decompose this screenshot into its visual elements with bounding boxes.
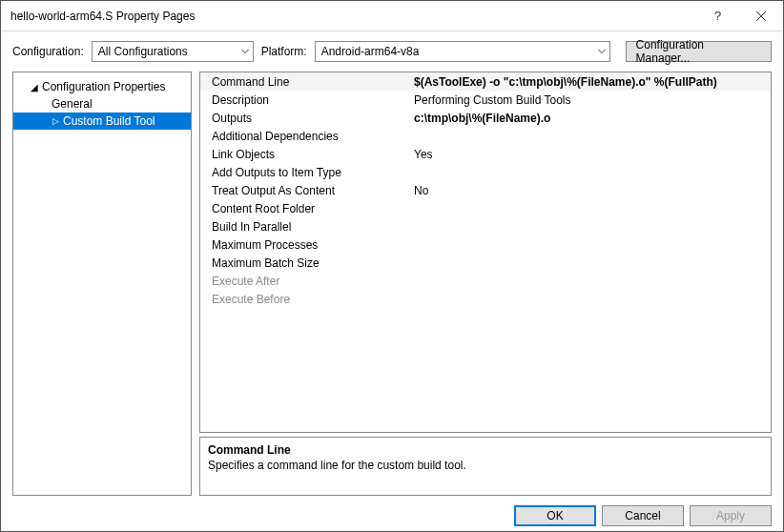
property-grid[interactable]: Command Line$(AsToolExe) -o "c:\tmp\obj\… <box>199 72 772 433</box>
property-value[interactable] <box>410 298 771 300</box>
help-button[interactable]: ? <box>695 1 739 31</box>
property-row[interactable]: Link ObjectsYes <box>200 145 771 163</box>
property-row[interactable]: Build In Parallel <box>200 217 771 235</box>
titlebar: hello-world-arm64.S Property Pages ? <box>1 1 783 31</box>
ok-button[interactable]: OK <box>514 505 596 526</box>
tree-panel: ◢ Configuration Properties General ▷ Cus… <box>12 72 192 496</box>
description-title: Command Line <box>208 443 763 457</box>
property-label: Outputs <box>200 111 410 126</box>
property-label: Execute Before <box>200 292 410 307</box>
chevron-down-icon <box>598 50 606 54</box>
configuration-dropdown[interactable]: All Configurations <box>92 41 254 62</box>
tree-configuration-properties[interactable]: ◢ Configuration Properties <box>13 78 191 95</box>
property-label: Build In Parallel <box>200 219 410 235</box>
tree-label: Custom Build Tool <box>63 114 155 128</box>
property-label: Maximum Batch Size <box>200 256 410 271</box>
property-value[interactable]: No <box>410 183 771 198</box>
property-label: Description <box>200 92 410 108</box>
description-text: Specifies a command line for the custom … <box>208 459 763 472</box>
property-value[interactable]: c:\tmp\obj\%(FileName).o <box>410 111 771 126</box>
expand-icon: ◢ <box>31 82 38 92</box>
tree-label: Configuration Properties <box>42 80 165 93</box>
configuration-manager-button[interactable]: Configuration Manager... <box>626 41 772 62</box>
property-row[interactable]: Maximum Processes <box>200 235 771 254</box>
property-label: Additional Dependencies <box>200 129 410 144</box>
property-row[interactable]: Content Root Folder <box>200 199 771 217</box>
property-row[interactable]: Execute Before <box>200 290 771 308</box>
property-row[interactable]: Add Outputs to Item Type <box>200 163 771 181</box>
platform-label: Platform: <box>261 45 307 58</box>
chevron-down-icon <box>241 50 249 54</box>
window-title: hello-world-arm64.S Property Pages <box>10 10 695 23</box>
property-value[interactable] <box>410 244 771 246</box>
footer: OK Cancel Apply <box>1 496 783 532</box>
property-label: Command Line <box>200 74 410 90</box>
tree-general[interactable]: General <box>13 95 191 113</box>
property-row[interactable]: Maximum Batch Size <box>200 254 771 272</box>
property-value[interactable] <box>410 172 771 174</box>
property-value[interactable] <box>410 280 771 282</box>
platform-dropdown[interactable]: Android-arm64-v8a <box>315 41 610 62</box>
cancel-button[interactable]: Cancel <box>602 505 684 526</box>
property-row[interactable]: Additional Dependencies <box>200 127 771 145</box>
close-icon <box>756 11 766 21</box>
tree-label: General <box>52 97 93 111</box>
property-value[interactable] <box>410 262 771 264</box>
platform-value: Android-arm64-v8a <box>321 45 420 58</box>
configuration-label: Configuration: <box>12 45 84 58</box>
expand-icon: ▷ <box>52 116 59 126</box>
property-label: Maximum Processes <box>200 237 410 253</box>
property-value[interactable]: $(AsToolExe) -o "c:\tmp\obj\%(FileName).… <box>410 74 771 90</box>
description-panel: Command Line Specifies a command line fo… <box>199 437 772 496</box>
configuration-value: All Configurations <box>98 45 188 58</box>
property-value[interactable]: Performing Custom Build Tools <box>410 92 771 108</box>
close-button[interactable] <box>739 1 783 31</box>
property-value[interactable] <box>410 226 771 228</box>
property-label: Add Outputs to Item Type <box>200 165 410 180</box>
property-row[interactable]: Outputsc:\tmp\obj\%(FileName).o <box>200 109 771 127</box>
property-value[interactable] <box>410 135 771 137</box>
property-label: Link Objects <box>200 147 410 162</box>
property-row[interactable]: Treat Output As ContentNo <box>200 181 771 199</box>
property-label: Content Root Folder <box>200 201 410 216</box>
property-label: Execute After <box>200 274 410 289</box>
tree-custom-build-tool[interactable]: ▷ Custom Build Tool <box>13 113 191 130</box>
toolbar: Configuration: All Configurations Platfo… <box>1 31 783 72</box>
property-label: Treat Output As Content <box>200 183 410 198</box>
svg-text:?: ? <box>714 10 721 23</box>
property-row[interactable]: Command Line$(AsToolExe) -o "c:\tmp\obj\… <box>200 72 771 91</box>
property-value[interactable]: Yes <box>410 147 771 162</box>
property-row[interactable]: DescriptionPerforming Custom Build Tools <box>200 91 771 109</box>
help-icon: ? <box>712 10 722 23</box>
apply-button: Apply <box>690 505 772 526</box>
property-value[interactable] <box>410 208 771 210</box>
property-row[interactable]: Execute After <box>200 272 771 290</box>
